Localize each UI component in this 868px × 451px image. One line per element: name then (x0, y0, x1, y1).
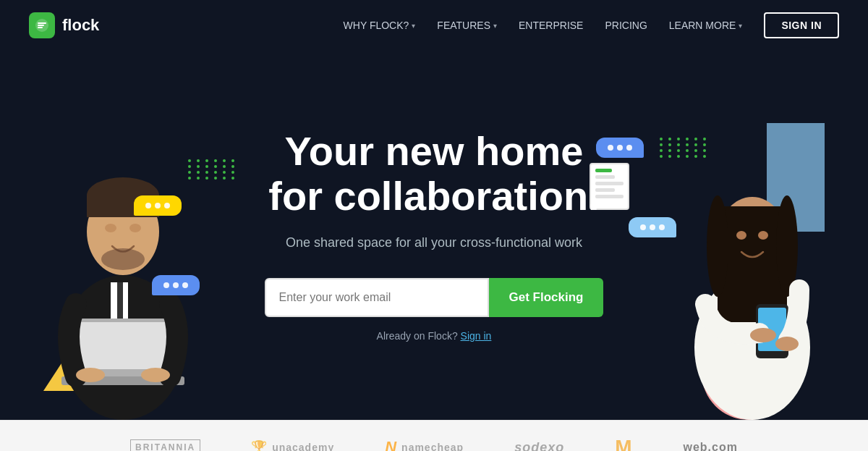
hero-subtitle: One shared space for all your cross-func… (265, 233, 604, 253)
chat-bubble-right-2 (629, 217, 676, 237)
bubble-dot (608, 145, 613, 151)
svg-point-14 (141, 368, 170, 382)
get-flocking-button[interactable]: Get Flocking (489, 278, 604, 317)
email-input[interactable] (265, 278, 489, 317)
bubble-dot (650, 224, 655, 230)
bubble-dot (173, 282, 179, 288)
svg-rect-11 (80, 322, 166, 369)
person-left (14, 72, 231, 420)
bubble-dot (626, 145, 632, 151)
logos-bar: BRITANNIA 🏆 unacademy N namecheap sodexo… (0, 420, 868, 451)
bubble-dot (659, 224, 665, 230)
svg-point-25 (750, 328, 776, 342)
svg-point-7 (105, 224, 116, 232)
svg-point-8 (129, 224, 141, 232)
logo-icon (29, 12, 55, 38)
hero-cta: Get Flocking (265, 278, 604, 317)
logo-unacademy: 🏆 unacademy (251, 439, 334, 451)
nav-pricing[interactable]: PRICING (605, 20, 647, 31)
logo-mcdonalds: M (615, 436, 632, 451)
bubble-dot (155, 203, 161, 208)
hero-content: Your new home for collaboration. One sha… (265, 129, 604, 341)
logo-britannia: BRITANNIA (130, 439, 200, 451)
person-right (644, 65, 861, 420)
nav-enterprise[interactable]: ENTERPRISE (519, 20, 583, 31)
signin-link[interactable]: Sign in (461, 330, 492, 342)
bubble-dot (182, 282, 188, 288)
logo[interactable]: flock (29, 12, 99, 38)
bubble-dot (640, 224, 646, 230)
navbar: flock WHY FLOCK? ▾ FEATURES ▾ ENTERPRISE… (0, 0, 868, 51)
bubble-dot (164, 203, 170, 208)
navbar-nav: WHY FLOCK? ▾ FEATURES ▾ ENTERPRISE PRICI… (344, 12, 839, 38)
svg-point-9 (101, 248, 145, 270)
signin-button[interactable]: SIGN IN (764, 12, 839, 38)
bubble-dot (163, 282, 169, 288)
logo-sodexo: sodexo (514, 440, 564, 452)
logo-webcam: web.com (683, 441, 737, 451)
nav-learn-more[interactable]: LEARN MORE ▾ (669, 20, 743, 31)
chat-bubble-left-2 (152, 275, 200, 295)
svg-point-13 (76, 368, 105, 382)
svg-point-21 (736, 231, 746, 240)
nav-why-flock[interactable]: WHY FLOCK? ▾ (344, 20, 416, 31)
svg-point-19 (707, 195, 728, 297)
bubble-dot (617, 145, 623, 151)
logo-text: flock (62, 16, 99, 35)
bubble-dot (145, 203, 151, 208)
hero-section: Your new home for collaboration. One sha… (0, 51, 868, 420)
already-on-flock-text: Already on Flock? Sign in (265, 330, 604, 342)
chevron-down-icon: ▾ (493, 22, 497, 30)
logo-namecheap: N namecheap (385, 438, 464, 451)
chevron-down-icon: ▾ (739, 22, 742, 30)
hero-title: Your new home for collaboration. (265, 129, 604, 218)
svg-point-26 (775, 337, 799, 351)
svg-point-22 (758, 231, 768, 240)
chevron-down-icon: ▾ (412, 22, 415, 30)
nav-features[interactable]: FEATURES ▾ (437, 20, 497, 31)
chat-bubble-left-1 (134, 195, 182, 216)
